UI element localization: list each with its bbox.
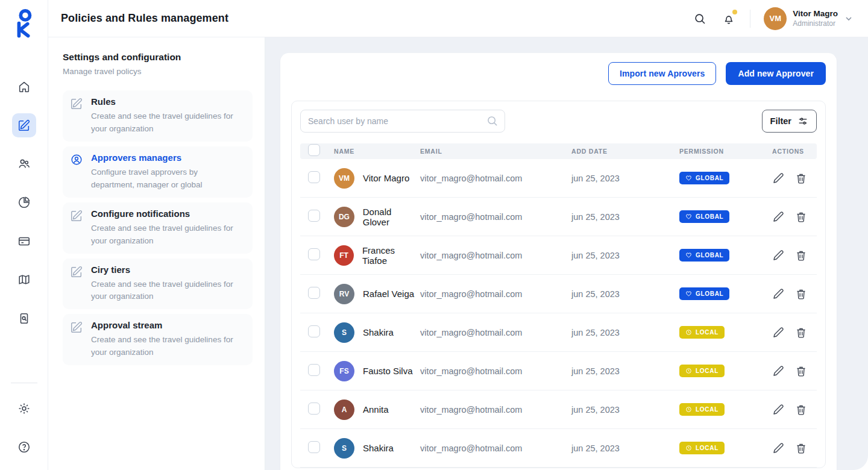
sidebar-item[interactable]: Approvers managers Configure travel appr… [63,146,253,198]
user-role: Administrator [793,19,838,28]
row-checkbox[interactable] [308,210,320,222]
main-content: Import new Aprovers Add new Approver Fil… [265,37,868,470]
filter-button[interactable]: Filter [762,110,817,133]
add-date: jun 25, 2023 [571,405,679,415]
sidebar-item-label: Configure notifications [91,208,243,219]
avatar: RV [334,284,354,304]
page-title: Policies and Rules management [61,12,228,25]
user-name: Vitor Magro [793,9,838,18]
user-badge-icon [70,153,83,166]
delete-icon[interactable] [795,288,807,300]
delete-icon[interactable] [795,172,807,184]
row-checkbox[interactable] [308,171,320,183]
add-date: jun 25, 2023 [571,251,679,260]
sidebar-item-label: Rules [91,96,243,107]
user-name: Shakira [363,443,394,453]
table-row: FS Fausto Silva vitor_magro@hotmail.com … [300,352,817,390]
edit-icon [70,265,83,278]
sidebar-item[interactable]: Configure notifications Create and see t… [63,202,253,254]
edit-icon[interactable] [772,172,784,184]
user-email: vitor_magro@hotmail.com [420,251,571,260]
delete-icon[interactable] [795,211,807,223]
edit-icon[interactable] [772,365,784,377]
permission-badge: GLOBAL [679,210,729,223]
row-checkbox[interactable] [308,287,320,299]
delete-icon[interactable] [795,365,807,377]
row-checkbox[interactable] [308,441,320,453]
sidebar-title: Settings and configuration [63,52,253,63]
user-name: Rafael Veiga [363,289,414,299]
sidebar-subtitle: Manage travel policys [63,67,253,76]
card-icon[interactable] [12,229,36,253]
permission-badge: GLOBAL [679,249,729,262]
table-row: A Annita vitor_magro@hotmail.com jun 25,… [300,390,817,429]
document-search-icon[interactable] [12,306,36,330]
delete-icon[interactable] [795,327,807,339]
avatar: FS [334,361,354,381]
add-approver-button[interactable]: Add new Approver [726,62,826,85]
permission-badge: LOCAL [679,442,725,454]
user-name: Frances Tiafoe [362,245,420,266]
bell-icon[interactable] [721,11,737,27]
top-bar: Policies and Rules management VM Vitor M… [48,0,868,37]
row-checkbox[interactable] [308,248,320,260]
users-icon[interactable] [12,152,36,176]
edit-icon[interactable] [772,442,784,454]
column-name: NAME [334,148,420,155]
edit-icon[interactable] [12,113,36,137]
header-divider [750,10,750,28]
permission-badge: LOCAL [679,365,725,377]
settings-sidebar: Settings and configuration Manage travel… [48,37,265,470]
edit-icon[interactable] [772,211,784,223]
sidebar-items: Rules Create and see the travel guidelin… [63,90,253,365]
sidebar-item[interactable]: Rules Create and see the travel guidelin… [63,90,253,142]
user-email: vitor_magro@hotmail.com [420,443,571,453]
edit-icon [70,209,83,222]
table-row: S Shakira vitor_magro@hotmail.com jun 25… [300,313,817,352]
edit-icon[interactable] [772,288,784,300]
help-icon[interactable] [12,435,36,459]
delete-icon[interactable] [795,442,807,454]
user-name: Vitor Magro [363,173,409,183]
table-row: VM Vitor Magro vitor_magro@hotmail.com j… [300,159,817,198]
delete-icon[interactable] [795,249,807,262]
clock-icon [685,406,692,413]
user-menu[interactable]: VM Vitor Magro Administrator [764,7,854,30]
permission-badge: GLOBAL [679,287,729,300]
avatar: S [334,438,354,459]
filter-sliders-icon [797,116,808,127]
permission-badge: GLOBAL [679,172,729,184]
import-approvers-button[interactable]: Import new Aprovers [608,62,716,85]
heart-icon [685,213,692,220]
search-icon[interactable] [692,11,708,27]
permission-badge: LOCAL [679,403,725,416]
select-all-checkbox[interactable] [308,144,320,156]
add-date: jun 25, 2023 [571,366,679,376]
search-input[interactable] [300,110,505,133]
pie-chart-icon[interactable] [12,190,36,215]
row-checkbox[interactable] [308,325,320,337]
column-email: EMAIL [420,148,571,155]
sidebar-item[interactable]: Approval stream Create and see the trave… [63,314,253,365]
sidebar-item[interactable]: Ciry tiers Create and see the travel gui… [63,258,253,310]
map-icon[interactable] [12,268,36,292]
sidebar-item-label: Ciry tiers [91,265,243,275]
heart-icon [685,175,692,181]
delete-icon[interactable] [795,404,807,416]
home-icon[interactable] [12,75,36,99]
edit-icon[interactable] [772,249,784,262]
row-checkbox[interactable] [308,364,320,376]
avatar: VM [764,7,787,30]
edit-icon[interactable] [772,327,784,339]
chevron-down-icon[interactable] [844,14,854,24]
permission-badge: LOCAL [679,326,725,339]
row-checkbox[interactable] [308,403,320,415]
column-permission: PERMISSION [679,148,772,155]
user-email: vitor_magro@hotmail.com [420,328,571,337]
brand-logo [13,8,36,39]
add-date: jun 25, 2023 [571,328,679,337]
table-row: FT Frances Tiafoe vitor_magro@hotmail.co… [300,236,817,275]
sidebar-item-description: Configure travel approvers by department… [91,166,243,192]
edit-icon[interactable] [772,404,784,416]
settings-icon[interactable] [12,396,36,421]
